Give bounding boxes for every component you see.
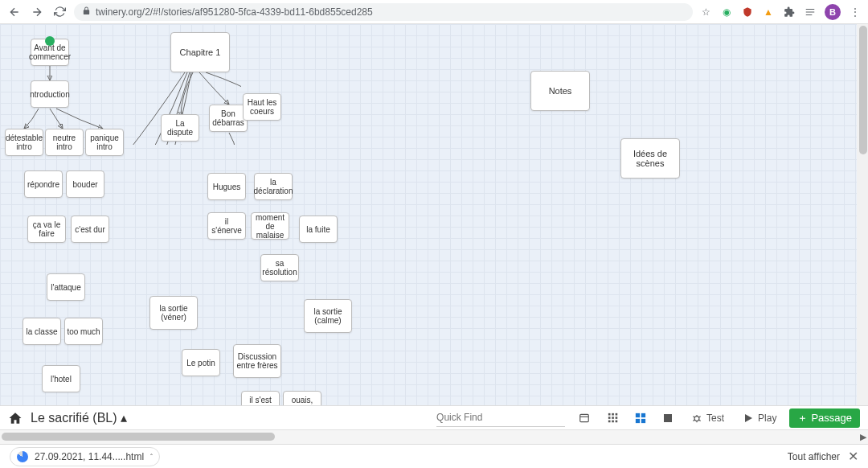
back-button[interactable] [6,4,23,20]
scroll-thumb[interactable] [859,26,867,154]
passage-node[interactable]: il s'énerve [207,212,246,240]
story-canvas[interactable]: Avant de commencer ntroduction détestabl… [0,24,868,405]
play-icon [742,412,755,425]
chevron-up-icon: ▴ [121,410,127,425]
passage-node[interactable]: bouder [66,170,104,198]
passage-node[interactable]: Notes [530,71,590,111]
grid-background [0,24,868,405]
svg-rect-8 [612,420,614,422]
url-text: twinery.org/2/#!/stories/af951280-5fca-4… [96,6,373,18]
grid-large-icon [661,412,674,425]
passage-node[interactable]: panique intro [85,129,124,156]
story-title-menu[interactable]: Le sacrifié (BL) ▴ [31,410,127,425]
svg-rect-11 [641,413,645,417]
close-download-bar[interactable]: ✕ [848,449,858,464]
passage-node[interactable]: Bon débarras [209,105,248,132]
extension-row: ☆ ◉ ▲ B ⋮ [699,4,862,20]
download-progress-icon [17,451,28,462]
scroll-right-icon[interactable]: ▶ [860,432,866,442]
lock-icon [82,6,91,18]
passage-node[interactable]: moment de malaise [251,212,289,240]
quick-find-options[interactable] [573,409,596,427]
profile-avatar[interactable]: B [825,4,841,20]
vertical-scrollbar[interactable] [857,24,868,405]
passage-node[interactable]: la classe [23,318,61,345]
svg-rect-1 [608,413,611,415]
warning-icon[interactable]: ▲ [762,6,775,18]
passage-node[interactable]: Hugues [207,173,246,200]
svg-point-15 [694,416,699,421]
passage-node[interactable]: c'est dur [71,216,109,243]
passage-node[interactable]: ntroduction [31,80,69,108]
passage-node[interactable]: Le potin [182,349,220,376]
passage-node[interactable]: la fuite [299,216,338,243]
forward-button[interactable] [29,4,45,20]
passage-node[interactable]: Chapitre 1 [170,32,230,72]
options-icon [578,412,591,425]
browser-menu-icon[interactable]: ⋮ [849,6,862,18]
show-all-downloads[interactable]: Tout afficher [788,451,840,462]
passage-node[interactable]: Avant de commencer [31,39,69,66]
svg-rect-10 [636,413,640,417]
svg-rect-0 [580,414,589,421]
passage-node[interactable]: La dispute [161,114,199,142]
passage-node[interactable]: Discussion entre frères [233,344,281,378]
passage-node[interactable]: too much [64,318,103,345]
grid-medium-icon [634,412,647,425]
chevron-up-icon: ˆ [150,453,153,461]
play-button[interactable]: Play [737,409,781,427]
zoom-small-button[interactable] [604,409,623,427]
quick-find-input[interactable] [436,409,565,427]
browser-toolbar: twinery.org/2/#!/stories/af951280-5fca-4… [0,0,868,24]
passage-node[interactable]: détestable intro [5,129,43,156]
reading-list-icon[interactable] [804,6,817,18]
test-button[interactable]: Test [686,409,729,427]
svg-rect-4 [608,417,611,419]
zoom-medium-button[interactable] [631,409,650,427]
download-item[interactable]: 27.09.2021, 11.44.....html ˆ [10,447,160,466]
svg-rect-3 [616,413,618,415]
passage-node[interactable]: la déclaration [254,173,293,200]
svg-rect-2 [612,413,614,415]
passage-node[interactable]: neutre intro [45,129,84,156]
passage-node[interactable]: l'attaque [47,273,85,301]
svg-rect-12 [636,418,640,422]
svg-rect-14 [664,414,672,422]
passage-node[interactable]: l'hotel [42,365,80,392]
passage-node[interactable]: Idées de scènes [620,138,680,179]
passage-node[interactable]: Haut les coeurs [243,93,281,121]
extension-icon[interactable]: ◉ [720,6,733,18]
plus-icon: ＋ [797,411,808,425]
download-bar: 27.09.2021, 11.44.....html ˆ Tout affich… [0,444,868,468]
passage-node[interactable]: la sortie (véner) [149,296,198,330]
grid-small-icon [607,412,620,425]
passage-node[interactable]: ça va le faire [27,216,66,243]
scroll-thumb[interactable] [2,433,275,441]
home-icon[interactable] [8,411,23,425]
add-passage-button[interactable]: ＋ Passage [789,408,860,428]
svg-rect-7 [608,420,611,422]
passage-node[interactable]: ouais, crois que [283,391,321,405]
passage-node[interactable]: répondre [24,170,63,198]
address-bar[interactable]: twinery.org/2/#!/stories/af951280-5fca-4… [74,3,693,21]
svg-rect-9 [616,420,618,422]
svg-rect-5 [612,417,614,419]
passage-node[interactable]: il s'est rien [241,391,280,405]
extensions-puzzle-icon[interactable] [783,6,796,18]
zoom-large-button[interactable] [658,409,678,427]
svg-rect-13 [641,418,645,422]
svg-rect-6 [616,417,618,419]
bug-icon [690,412,703,425]
bookmark-star-icon[interactable]: ☆ [699,6,712,18]
passage-node[interactable]: la sortie (calme) [304,299,352,333]
bottom-toolbar: Le sacrifié (BL) ▴ Test Play ＋ [0,405,868,429]
start-marker-icon [45,36,55,46]
horizontal-scrollbar[interactable]: ▶ [0,429,868,444]
passage-node[interactable]: sa résolution [260,254,299,281]
adblock-shield-icon[interactable] [741,6,754,18]
reload-button[interactable] [51,4,68,20]
